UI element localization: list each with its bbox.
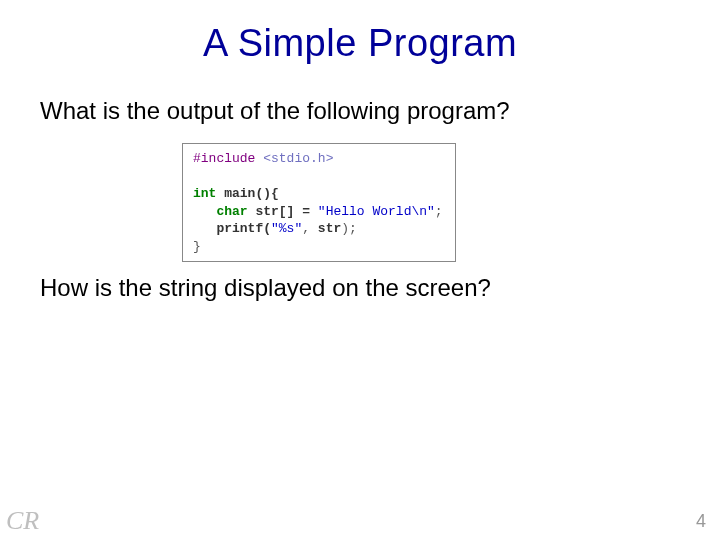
code-arg-str: str (318, 221, 341, 236)
code-preproc: #include (193, 151, 263, 166)
code-semi-1: ; (435, 204, 443, 219)
code-fmt-string: "%s" (271, 221, 302, 236)
question-2: How is the string displayed on the scree… (40, 274, 680, 302)
code-call-end: ); (341, 221, 357, 236)
question-1: What is the output of the following prog… (40, 97, 680, 125)
code-include-header: <stdio.h> (263, 151, 333, 166)
page-number: 4 (696, 511, 706, 532)
code-kw-int: int (193, 186, 216, 201)
slide-title: A Simple Program (0, 22, 720, 65)
code-str-decl: str[] = (248, 204, 318, 219)
code-printf-call: printf( (193, 221, 271, 236)
footer-initials: CR (6, 506, 39, 536)
code-string-hello: "Hello World\n" (318, 204, 435, 219)
code-main-sig: main(){ (216, 186, 278, 201)
code-comma: , (302, 221, 318, 236)
code-close-brace: } (193, 239, 201, 254)
code-kw-char: char (193, 204, 248, 219)
code-sample: #include <stdio.h> int main(){ char str[… (182, 143, 456, 262)
